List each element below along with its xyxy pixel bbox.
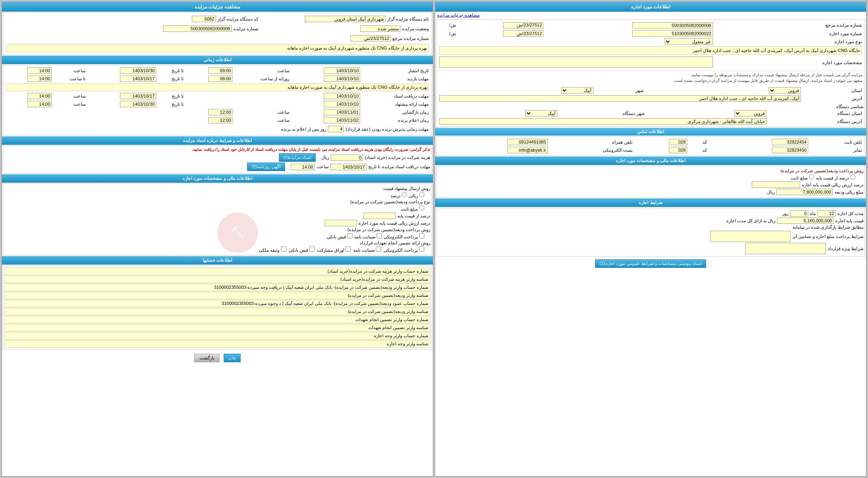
hesab-row-1: شماره حساب وارثر هزینه شرکت در مزایده(خر… — [4, 267, 430, 275]
mali-right-header: اطلاعات مالی و مشخصات مورد اجاره — [2, 174, 433, 183]
fax-code-input[interactable] — [669, 147, 687, 153]
mazayede-shomara-input[interactable] — [632, 22, 713, 29]
agahi-button[interactable]: آگهی روزنامه(2) — [247, 163, 285, 171]
tel-code-input[interactable] — [669, 139, 687, 145]
hazine-input[interactable] — [331, 154, 363, 161]
mohlat-input[interactable] — [328, 126, 344, 132]
modat-rooz-input[interactable] — [790, 210, 808, 217]
asnad-to-input[interactable] — [120, 93, 156, 99]
pishnahad-to-time-input[interactable] — [27, 101, 52, 107]
gharar-awraq[interactable] — [346, 246, 351, 252]
enteshar-from-input[interactable] — [324, 67, 360, 74]
enteshar-time-input[interactable] — [208, 67, 233, 74]
gheimate-input[interactable] — [777, 217, 834, 224]
mablagh-riyali-input[interactable] — [776, 189, 833, 195]
back-button[interactable]: بازگشت — [194, 354, 220, 362]
hesab-row-5: شماره حساب عمود ودیعه(تضمین شرکت در مزای… — [4, 300, 430, 307]
mazayede-link[interactable]: مشاهده جزئیات مزایده — [437, 13, 480, 17]
print-button[interactable]: چاپ — [224, 354, 241, 362]
email-input[interactable] — [507, 147, 548, 153]
right-panel-title: مشاهده جزئیات مزایده — [2, 2, 433, 12]
enteshar-to-time-input[interactable] — [27, 67, 52, 74]
asnad-from-input[interactable] — [324, 93, 360, 99]
ejara-shomara-label: شماره مورد اجاره — [829, 31, 862, 36]
device-address-input[interactable] — [439, 118, 767, 125]
asnad-header: اطلاعات و شرایط درباره اسناد مزایده — [2, 136, 433, 145]
device-ostaan-select[interactable]: قزوین — [734, 110, 767, 117]
electronic-check[interactable] — [419, 233, 424, 238]
type-label: نوع مورد اجاره — [834, 39, 862, 44]
elam-date-input[interactable] — [324, 117, 360, 123]
mablagh-radio[interactable] — [809, 174, 814, 180]
gharar-electronic[interactable] — [419, 246, 424, 252]
shomara-input[interactable] — [163, 25, 232, 32]
ejara-moraja-input[interactable] — [503, 30, 543, 37]
bazid-from-input[interactable] — [324, 75, 360, 82]
hesab-row-4: شناسه وارثر ودیعه(تضمین شرکت در مزایده) — [4, 292, 430, 299]
darsa-radio[interactable] — [402, 192, 407, 197]
sharayet-header: شرایط اجاره — [435, 198, 866, 207]
gharar-qabs[interactable] — [309, 246, 314, 252]
darsa-gheimat-input[interactable] — [363, 213, 396, 219]
asnad-to-time-input[interactable] — [27, 93, 52, 99]
type-select[interactable]: غیر منقول — [665, 38, 713, 45]
mazayede-shomara-label: شماره مزایده مرجع — [826, 23, 862, 28]
asnad1-button[interactable]: اسناد مزایده(1) — [279, 153, 316, 162]
mohlat-asnad-input[interactable] — [330, 164, 367, 170]
address-input[interactable] — [439, 95, 801, 102]
mazayede-moraja-input[interactable] — [503, 22, 543, 29]
baz-date-input[interactable] — [324, 109, 360, 115]
zamanat-check[interactable] — [377, 233, 382, 238]
pishnahad-to-input[interactable] — [120, 101, 156, 107]
mablagh-sabet-radio[interactable] — [419, 205, 424, 211]
mali-header: اطلاعات مالی و مشخصات مورد اجاره — [435, 157, 866, 165]
hesabha-header: اطلاعات حسابها — [2, 256, 433, 265]
tel-hamrah-input[interactable] — [507, 139, 548, 145]
zamani-header: اطلاعات زمانی — [2, 56, 433, 64]
gharar-vasiqe[interactable] — [281, 246, 286, 252]
elam-time-input[interactable] — [208, 117, 233, 123]
hesab-row-9: شماره حساب وارثر وجه اجاره — [4, 332, 430, 340]
ostaan-select[interactable]: قزوین — [769, 87, 801, 94]
hesab-row-6: شناسه وارثر ودیعه(تضمین شرکت در مزایده) — [4, 308, 430, 315]
shanasi-label: شناسی دستگاه — [836, 104, 864, 109]
sharayet-viz-textarea[interactable] — [745, 243, 826, 254]
pishnahad-from-input[interactable] — [324, 101, 360, 107]
bazid-to-input[interactable] — [120, 75, 156, 82]
contact-header: اطلاعات تماس — [435, 128, 866, 136]
hesab-row-8: شناسه وارثر تضمین انجام تعهدات — [4, 324, 430, 332]
left-panel-title: اطلاعات مورد اجاره — [435, 2, 866, 12]
qabs-check[interactable] — [347, 233, 352, 238]
note1: مزایده گران می بایست قبل از مرحله ارسال … — [439, 72, 862, 78]
sharayet-pardakht-textarea[interactable] — [710, 231, 791, 242]
tel-sabet-input[interactable] — [772, 139, 808, 145]
bazid-from-time-input[interactable] — [208, 75, 233, 82]
address-field: جایگاه CNG شهرداری آبیک به آدرس آبیک، کم… — [439, 46, 862, 55]
bazid-to-time-input[interactable] — [27, 75, 52, 82]
ejara-shomara-input[interactable] — [632, 30, 713, 37]
modat-mah-input[interactable] — [818, 210, 836, 217]
tozih-field: بهره برداری از جایگاه CNG تک منظوره شهرد… — [6, 83, 429, 91]
gharar-zamanat[interactable] — [376, 246, 381, 252]
fax-input[interactable] — [772, 147, 808, 153]
darsa-arzesh-input[interactable] — [325, 220, 357, 226]
vaziat-input[interactable] — [360, 25, 400, 32]
device-shahr-select[interactable]: آبیک — [525, 110, 558, 117]
device-name-input[interactable] — [305, 16, 386, 22]
mashakhasat-textarea[interactable] — [439, 56, 713, 68]
baz-time-input[interactable] — [208, 109, 233, 115]
hesab-row-2: شناسه وارثر هزینه شرکت در مزایده(خرید اس… — [4, 276, 430, 283]
darsa-input[interactable] — [752, 182, 800, 188]
shahr-select[interactable]: آبیک — [561, 87, 593, 94]
shomara-moraja-input[interactable] — [350, 35, 391, 42]
note2: متعهد می شوم در اسناد مزایده، ارسال پیشن… — [439, 78, 862, 83]
kod-input[interactable] — [192, 16, 216, 22]
asnad-alert: تذکر گرامی: ضرورت رایگان بودن هزینه دریا… — [4, 147, 430, 152]
riali-radio[interactable] — [419, 192, 424, 197]
percent-radio[interactable] — [850, 174, 855, 180]
enteshar-to-input[interactable] — [120, 67, 156, 74]
mashakhasat-label: مشخصات مورد اجاره — [822, 60, 862, 65]
hesab-row-7: شماره حساب وارثر تضمین انجام تعهدات — [4, 316, 430, 324]
mohlat-asnad-time-input[interactable] — [291, 164, 315, 170]
asnad-button[interactable]: اسناد پیوستی مشخصات و شرایط عمومی مورد ا… — [595, 259, 706, 268]
